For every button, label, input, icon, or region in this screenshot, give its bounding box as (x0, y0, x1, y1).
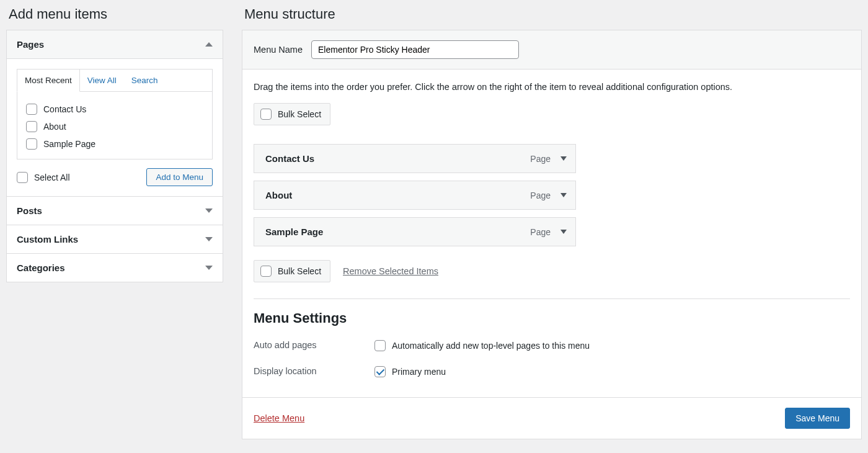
auto-add-option-label: Automatically add new top-level pages to… (392, 341, 590, 351)
chevron-down-icon[interactable] (560, 230, 567, 234)
checkbox-contact-us[interactable] (26, 104, 37, 115)
accordion-posts-title: Posts (17, 205, 42, 216)
accordion-categories-title: Categories (17, 262, 65, 273)
bulk-select-top[interactable]: Bulk Select (254, 103, 330, 125)
bulk-select-label: Bulk Select (278, 266, 321, 276)
primary-menu-label: Primary menu (392, 367, 446, 377)
chevron-down-icon (205, 209, 213, 213)
bulk-select-bottom[interactable]: Bulk Select (254, 260, 330, 282)
display-location-label: Display location (254, 365, 374, 376)
checkbox-bulk-bottom[interactable] (260, 266, 272, 277)
menu-item-title: About (265, 190, 292, 200)
checkbox-sample-page[interactable] (26, 138, 37, 150)
menu-item-contact-us[interactable]: Contact Us Page (254, 144, 576, 173)
menu-name-label: Menu Name (254, 45, 303, 55)
menu-item-title: Sample Page (265, 226, 323, 237)
add-menu-items-heading: Add menu items (6, 6, 223, 22)
delete-menu-link[interactable]: Delete Menu (254, 413, 304, 423)
chevron-down-icon[interactable] (560, 156, 567, 161)
add-items-accordion: Pages Most Recent View All Search (6, 30, 223, 282)
checkbox-primary-menu[interactable] (374, 366, 386, 377)
save-menu-button[interactable]: Save Menu (785, 408, 850, 429)
add-to-menu-button[interactable]: Add to Menu (146, 168, 213, 186)
tab-view-all[interactable]: View All (80, 70, 124, 91)
instructions-text: Drag the items into the order you prefer… (254, 82, 850, 92)
checkbox-auto-add[interactable] (374, 340, 386, 351)
menu-settings-heading: Menu Settings (254, 310, 850, 326)
page-option-label: About (43, 122, 66, 132)
remove-selected-link[interactable]: Remove Selected Items (343, 266, 438, 276)
menu-item-type-label: Page (530, 154, 551, 164)
auto-add-pages-label: Auto add pages (254, 339, 374, 350)
checkbox-about[interactable] (26, 121, 37, 132)
menu-name-input[interactable] (311, 40, 519, 59)
bulk-select-label: Bulk Select (278, 109, 321, 119)
divider (254, 298, 850, 299)
pages-tabs: Most Recent View All Search (17, 70, 212, 92)
tab-most-recent[interactable]: Most Recent (17, 69, 80, 92)
accordion-custom-links-title: Custom Links (17, 234, 78, 244)
accordion-pages-title: Pages (17, 39, 44, 50)
page-option-label: Sample Page (43, 139, 95, 149)
menu-item-title: Contact Us (265, 153, 314, 164)
select-all-label: Select All (34, 173, 70, 182)
chevron-down-icon (205, 237, 213, 241)
chevron-down-icon[interactable] (560, 193, 567, 197)
page-option-label: Contact Us (43, 104, 86, 114)
menu-structure-heading: Menu structure (242, 6, 862, 22)
accordion-pages-header[interactable]: Pages (7, 30, 223, 58)
checkbox-select-all[interactable] (17, 172, 28, 183)
chevron-down-icon (205, 266, 213, 270)
tab-search[interactable]: Search (124, 70, 166, 91)
accordion-posts-header[interactable]: Posts (7, 197, 223, 225)
menu-item-type-label: Page (530, 191, 551, 200)
menu-panel: Menu Name Drag the items into the order … (242, 30, 862, 439)
menu-item-sample-page[interactable]: Sample Page Page (254, 217, 576, 246)
accordion-categories-header[interactable]: Categories (7, 254, 223, 282)
menu-item-about[interactable]: About Page (254, 181, 576, 210)
chevron-up-icon (205, 42, 213, 47)
menu-item-type-label: Page (530, 227, 551, 237)
accordion-custom-links-header[interactable]: Custom Links (7, 225, 223, 253)
checkbox-bulk-top[interactable] (260, 109, 272, 120)
